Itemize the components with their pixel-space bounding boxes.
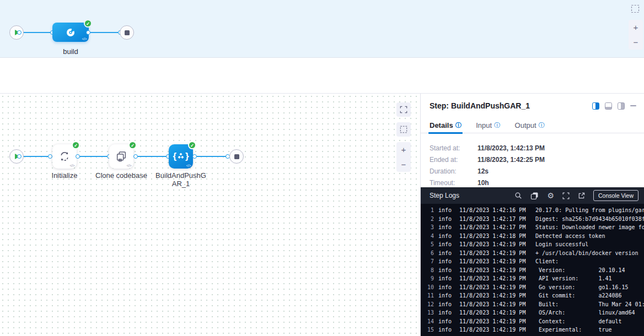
steps-end-node[interactable] — [229, 149, 244, 164]
log-line: 6 info 11/8/2023 1:42:19 PM + /usr/local… — [427, 249, 644, 258]
log-line: 12 info 11/8/2023 1:42:19 PM Built: Thu … — [427, 300, 644, 309]
log-search-button[interactable] — [514, 192, 522, 199]
tab-input[interactable]: Input ⓘ — [476, 118, 500, 133]
log-level: info — [438, 223, 452, 232]
log-line-number: 16 — [427, 334, 434, 336]
log-line-number: 1 — [427, 206, 434, 215]
step-label: Clone codebase — [88, 171, 154, 180]
connector-port — [48, 154, 52, 159]
log-level: info — [438, 274, 452, 283]
detail-value: 11/8/2023, 1:42:13 PM — [477, 144, 635, 152]
detail-value: 11/8/2023, 1:42:25 PM — [477, 156, 635, 164]
log-timestamp: 11/8/2023 1:42:17 PM — [459, 215, 527, 224]
log-level: info — [438, 291, 452, 300]
log-line: 16 info 11/8/2023 1:42:19 PM — [427, 334, 644, 336]
log-line-number: 12 — [427, 300, 434, 309]
code-corner-icon: </> — [69, 164, 74, 167]
zoom-in-button[interactable]: + — [629, 20, 643, 35]
panel-layout-controls — [592, 102, 636, 110]
detail-value: 10h — [477, 179, 635, 187]
pipeline-start-node[interactable] — [9, 25, 24, 40]
log-message: Status: Downloaded newer image for p — [535, 223, 644, 232]
log-level: info — [438, 249, 452, 258]
marquee-select-button[interactable] — [630, 4, 640, 14]
log-line-number: 11 — [427, 291, 434, 300]
log-level: info — [438, 232, 452, 241]
tab-details[interactable]: Details ⓘ — [430, 118, 461, 133]
info-icon: ⓘ — [539, 121, 545, 129]
ci-stage-icon — [65, 27, 76, 38]
log-line-number: 7 — [427, 257, 434, 266]
log-line-number: 6 — [427, 249, 434, 258]
step-graph-canvas[interactable]: </> ✓ Initialize </> ✓ Clone codebase — [0, 94, 420, 336]
log-copy-button[interactable] — [530, 192, 539, 200]
step-logs-body[interactable]: 1 info 11/8/2023 1:42:16 PM 20.17.0: Pul… — [421, 204, 644, 336]
marquee-select-button[interactable] — [396, 122, 411, 137]
copy-icon — [530, 192, 539, 200]
stage-zoom-controls: + − — [629, 20, 643, 50]
log-line: 7 info 11/8/2023 1:42:19 PM Client: — [427, 257, 644, 266]
log-timestamp: 11/8/2023 1:42:19 PM — [459, 300, 527, 309]
log-timestamp: 11/8/2023 1:42:19 PM — [459, 326, 527, 334]
zoom-in-button[interactable]: + — [396, 142, 411, 157]
log-line-number: 9 — [427, 274, 434, 283]
marquee-icon — [400, 126, 407, 133]
log-timestamp: 11/8/2023 1:42:19 PM — [459, 266, 527, 275]
log-line-number: 8 — [427, 266, 434, 275]
stop-icon — [234, 154, 239, 159]
log-line-number: 10 — [427, 283, 434, 292]
tab-label: Details — [430, 121, 453, 129]
log-timestamp: 11/8/2023 1:42:19 PM — [459, 257, 527, 266]
log-open-external-button[interactable] — [578, 192, 585, 199]
layout-split-right-icon[interactable] — [592, 102, 599, 110]
log-settings-button[interactable]: ⚙ — [547, 192, 554, 199]
detail-label: Started at: — [430, 144, 477, 152]
log-line-number: 13 — [427, 308, 434, 317]
log-message: Digest: sha256:b7d9434b65010f038f8ec — [535, 215, 644, 224]
connector-port — [192, 154, 197, 159]
step-label: BuildAndPushGAR_1 — [155, 171, 206, 188]
step-node-clone-codebase[interactable]: </> ✓ — [109, 144, 133, 169]
fullscreen-button[interactable] — [396, 102, 411, 117]
code-corner-icon: </> — [126, 164, 131, 167]
detail-label: Timeout: — [430, 179, 477, 187]
collapse-panel-icon[interactable] — [630, 105, 636, 106]
log-message: Detected access token — [535, 232, 605, 241]
step-node-initialize[interactable]: </> ✓ — [52, 144, 77, 169]
log-message: Login successful — [535, 240, 588, 249]
log-message: 20.17.0: Pulling from plugins/gar — [535, 206, 644, 215]
log-message: Version: 20.10.14 — [535, 266, 625, 275]
zoom-out-button[interactable]: − — [396, 157, 411, 172]
panel-title: Step: BuildAndPushGAR_1 — [430, 101, 530, 110]
log-message: + /usr/local/bin/docker version — [535, 249, 638, 258]
canvas-zoom-controls: + − — [396, 142, 411, 172]
log-expand-button[interactable] — [562, 192, 570, 199]
connector-port — [76, 154, 80, 159]
log-message: API version: 1.41 — [535, 274, 611, 283]
log-timestamp: 11/8/2023 1:42:19 PM — [459, 334, 527, 336]
log-level: info — [438, 326, 452, 334]
log-line-number: 4 — [427, 232, 434, 241]
step-logs-title: Step Logs — [430, 192, 459, 199]
external-link-icon — [578, 192, 585, 199]
console-view-button[interactable]: Console View — [593, 190, 638, 201]
log-level: info — [438, 300, 452, 309]
info-icon: ⓘ — [455, 121, 462, 129]
step-node-buildandpushgar[interactable]: { } </> ✓ — [169, 144, 193, 169]
log-line: 2 info 11/8/2023 1:42:17 PM Digest: sha2… — [427, 215, 644, 224]
stage-node-build[interactable]: </> ✓ — [52, 23, 89, 42]
log-line: 13 info 11/8/2023 1:42:19 PM OS/Arch: li… — [427, 308, 644, 317]
layout-right-icon[interactable] — [618, 102, 625, 110]
success-badge: ✓ — [188, 141, 196, 149]
clone-codebase-icon — [115, 150, 127, 162]
log-line-number: 2 — [427, 215, 434, 224]
connector-port — [17, 30, 22, 35]
zoom-out-button[interactable]: − — [629, 35, 643, 50]
pipeline-end-node[interactable] — [120, 25, 134, 40]
tab-output[interactable]: Output ⓘ — [515, 118, 545, 133]
log-message: Go version: go1.16.15 — [535, 283, 629, 292]
steps-start-node[interactable] — [9, 149, 24, 164]
log-line: 14 info 11/8/2023 1:42:19 PM Context: de… — [427, 317, 644, 326]
detail-label: Ended at: — [430, 156, 477, 164]
layout-bottom-icon[interactable] — [605, 102, 612, 110]
